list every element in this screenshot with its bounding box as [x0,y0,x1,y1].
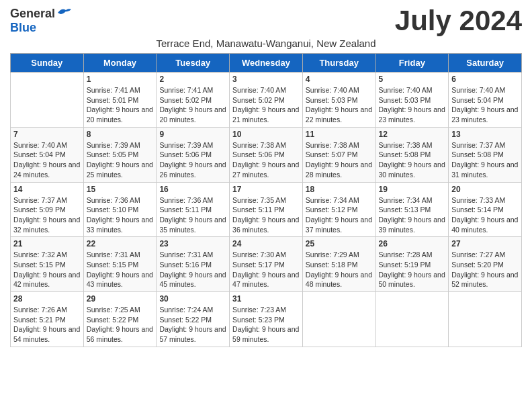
calendar-cell: 18Sunrise: 7:34 AM Sunset: 5:12 PM Dayli… [302,182,375,237]
week-row-1: 7Sunrise: 7:40 AM Sunset: 5:04 PM Daylig… [11,127,522,182]
weekday-header-monday: Monday [83,54,157,73]
calendar-cell: 1Sunrise: 7:41 AM Sunset: 5:01 PM Daylig… [83,73,157,128]
day-detail: Sunrise: 7:40 AM Sunset: 5:04 PM Dayligh… [451,85,519,125]
day-detail: Sunrise: 7:37 AM Sunset: 5:09 PM Dayligh… [13,195,81,235]
day-number: 3 [232,75,300,84]
weekday-header-thursday: Thursday [302,54,375,73]
day-detail: Sunrise: 7:37 AM Sunset: 5:08 PM Dayligh… [451,140,519,180]
weekday-header-row: SundayMondayTuesdayWednesdayThursdayFrid… [11,54,522,73]
day-detail: Sunrise: 7:35 AM Sunset: 5:11 PM Dayligh… [232,195,300,235]
calendar-cell: 8Sunrise: 7:39 AM Sunset: 5:05 PM Daylig… [83,127,157,182]
calendar-cell: 9Sunrise: 7:39 AM Sunset: 5:06 PM Daylig… [157,127,230,182]
week-row-4: 28Sunrise: 7:26 AM Sunset: 5:21 PM Dayli… [11,292,522,347]
calendar-cell: 26Sunrise: 7:28 AM Sunset: 5:19 PM Dayli… [375,237,449,292]
week-row-2: 14Sunrise: 7:37 AM Sunset: 5:09 PM Dayli… [11,182,522,237]
day-detail: Sunrise: 7:39 AM Sunset: 5:05 PM Dayligh… [87,140,154,180]
day-detail: Sunrise: 7:25 AM Sunset: 5:22 PM Dayligh… [87,305,154,345]
day-detail: Sunrise: 7:38 AM Sunset: 5:08 PM Dayligh… [379,140,446,180]
day-number: 31 [232,294,300,304]
calendar-table: SundayMondayTuesdayWednesdayThursdayFrid… [10,53,522,347]
day-detail: Sunrise: 7:41 AM Sunset: 5:01 PM Dayligh… [87,85,154,125]
day-detail: Sunrise: 7:40 AM Sunset: 5:03 PM Dayligh… [379,85,446,125]
calendar-cell: 14Sunrise: 7:37 AM Sunset: 5:09 PM Dayli… [11,182,84,237]
day-number: 25 [306,239,373,248]
calendar-cell: 12Sunrise: 7:38 AM Sunset: 5:08 PM Dayli… [375,127,449,182]
day-detail: Sunrise: 7:30 AM Sunset: 5:17 PM Dayligh… [232,250,300,289]
logo-general-text: General [10,7,55,21]
day-detail: Sunrise: 7:26 AM Sunset: 5:21 PM Dayligh… [13,305,81,345]
calendar-cell: 3Sunrise: 7:40 AM Sunset: 5:02 PM Daylig… [230,73,303,128]
day-detail: Sunrise: 7:24 AM Sunset: 5:22 PM Dayligh… [159,305,226,345]
day-number: 22 [87,239,154,248]
day-number: 27 [451,239,519,248]
logo-bird-icon [56,7,71,19]
day-detail: Sunrise: 7:23 AM Sunset: 5:23 PM Dayligh… [232,305,300,345]
calendar-cell: 24Sunrise: 7:30 AM Sunset: 5:17 PM Dayli… [230,237,303,292]
calendar-cell: 29Sunrise: 7:25 AM Sunset: 5:22 PM Dayli… [83,292,157,347]
day-number: 5 [379,75,446,84]
weekday-header-tuesday: Tuesday [157,54,230,73]
calendar-cell [11,73,84,128]
day-number: 21 [13,239,81,248]
day-detail: Sunrise: 7:41 AM Sunset: 5:02 PM Dayligh… [159,85,226,125]
day-number: 14 [13,185,81,194]
day-number: 29 [87,294,154,304]
logo: General Blue [10,7,71,35]
day-detail: Sunrise: 7:38 AM Sunset: 5:07 PM Dayligh… [306,140,373,180]
day-detail: Sunrise: 7:32 AM Sunset: 5:15 PM Dayligh… [13,250,81,289]
day-detail: Sunrise: 7:28 AM Sunset: 5:19 PM Dayligh… [379,250,446,289]
location: Terrace End, Manawatu-Wanganui, New Zeal… [10,38,522,49]
calendar-cell: 17Sunrise: 7:35 AM Sunset: 5:11 PM Dayli… [230,182,303,237]
calendar-cell: 16Sunrise: 7:36 AM Sunset: 5:11 PM Dayli… [157,182,230,237]
day-number: 28 [13,294,81,304]
weekday-header-sunday: Sunday [11,54,84,73]
day-number: 15 [87,185,154,194]
day-number: 24 [232,239,300,248]
calendar-cell: 13Sunrise: 7:37 AM Sunset: 5:08 PM Dayli… [449,127,522,182]
calendar-cell: 22Sunrise: 7:31 AM Sunset: 5:15 PM Dayli… [83,237,157,292]
day-detail: Sunrise: 7:29 AM Sunset: 5:18 PM Dayligh… [306,250,373,289]
day-number: 6 [451,75,519,84]
day-number: 8 [87,130,154,139]
calendar-cell: 5Sunrise: 7:40 AM Sunset: 5:03 PM Daylig… [375,73,449,128]
day-detail: Sunrise: 7:40 AM Sunset: 5:03 PM Dayligh… [306,85,373,125]
calendar-cell: 7Sunrise: 7:40 AM Sunset: 5:04 PM Daylig… [11,127,84,182]
day-detail: Sunrise: 7:39 AM Sunset: 5:06 PM Dayligh… [159,140,226,180]
day-number: 10 [232,130,300,139]
day-number: 1 [87,75,154,84]
logo-blue-text: Blue [10,21,36,35]
calendar-cell: 21Sunrise: 7:32 AM Sunset: 5:15 PM Dayli… [11,237,84,292]
day-detail: Sunrise: 7:31 AM Sunset: 5:15 PM Dayligh… [87,250,154,289]
calendar-cell: 30Sunrise: 7:24 AM Sunset: 5:22 PM Dayli… [157,292,230,347]
day-number: 16 [159,185,226,194]
day-detail: Sunrise: 7:34 AM Sunset: 5:12 PM Dayligh… [306,195,373,235]
calendar-body: 1Sunrise: 7:41 AM Sunset: 5:01 PM Daylig… [11,73,522,347]
day-number: 23 [159,239,226,248]
calendar-cell: 27Sunrise: 7:27 AM Sunset: 5:20 PM Dayli… [449,237,522,292]
calendar-cell: 6Sunrise: 7:40 AM Sunset: 5:04 PM Daylig… [449,73,522,128]
day-detail: Sunrise: 7:27 AM Sunset: 5:20 PM Dayligh… [451,250,519,289]
calendar-cell [375,292,449,347]
calendar-cell: 19Sunrise: 7:34 AM Sunset: 5:13 PM Dayli… [375,182,449,237]
calendar-cell: 2Sunrise: 7:41 AM Sunset: 5:02 PM Daylig… [157,73,230,128]
day-number: 9 [159,130,226,139]
day-number: 7 [13,130,81,139]
calendar-cell: 15Sunrise: 7:36 AM Sunset: 5:10 PM Dayli… [83,182,157,237]
calendar-cell: 31Sunrise: 7:23 AM Sunset: 5:23 PM Dayli… [230,292,303,347]
day-number: 19 [379,185,446,194]
weekday-header-saturday: Saturday [449,54,522,73]
day-number: 4 [306,75,373,84]
day-number: 20 [451,185,519,194]
day-detail: Sunrise: 7:31 AM Sunset: 5:16 PM Dayligh… [159,250,226,289]
calendar-cell: 25Sunrise: 7:29 AM Sunset: 5:18 PM Dayli… [302,237,375,292]
calendar-cell [302,292,375,347]
week-row-3: 21Sunrise: 7:32 AM Sunset: 5:15 PM Dayli… [11,237,522,292]
day-detail: Sunrise: 7:36 AM Sunset: 5:11 PM Dayligh… [159,195,226,235]
calendar-header: SundayMondayTuesdayWednesdayThursdayFrid… [11,54,522,73]
day-detail: Sunrise: 7:34 AM Sunset: 5:13 PM Dayligh… [379,195,446,235]
day-detail: Sunrise: 7:36 AM Sunset: 5:10 PM Dayligh… [87,195,154,235]
day-number: 26 [379,239,446,248]
calendar-cell: 20Sunrise: 7:33 AM Sunset: 5:14 PM Dayli… [449,182,522,237]
day-number: 30 [159,294,226,304]
day-number: 12 [379,130,446,139]
